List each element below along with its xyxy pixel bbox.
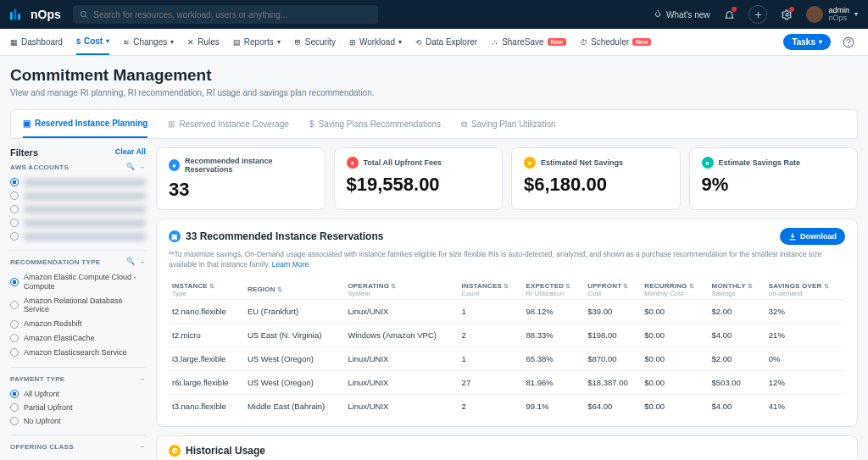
svg-point-3	[81, 11, 86, 16]
nav-item-changes[interactable]: ≋Changes▾	[123, 29, 174, 55]
svg-point-9	[849, 45, 849, 46]
metric-value: $19,558.00	[347, 174, 491, 196]
search-input[interactable]	[93, 10, 371, 19]
settings-dot	[789, 7, 794, 12]
table-cell: 1	[459, 346, 523, 370]
nav-icon: ▤	[233, 38, 241, 47]
account-option[interactable]: xxxxxxxx	[10, 175, 146, 189]
payment-type-option[interactable]: All Upfront	[10, 387, 146, 401]
whats-new-button[interactable]: What's new	[653, 5, 709, 24]
nav-item-rules[interactable]: ✕Rules	[187, 29, 220, 55]
search-icon[interactable]: 🔍	[126, 163, 135, 172]
table-cell: $2.00	[709, 346, 765, 370]
rec-type-option[interactable]: Amazon Elasticsearch Service	[10, 346, 146, 360]
table-cell: t3.nano.flexible	[169, 394, 244, 418]
table-row[interactable]: t3.nano.flexibleMiddle East (Bahrain)Lin…	[169, 394, 845, 418]
table-cell: r6i.large.flexible	[169, 370, 244, 394]
nav-icon: ⏱	[580, 38, 587, 47]
account-name-redacted: xxxxxxxx	[24, 219, 146, 227]
new-badge: New	[632, 38, 651, 46]
sort-icon: ⇅	[689, 283, 694, 289]
nav-item-dashboard[interactable]: ▦Dashboard	[10, 29, 63, 55]
user-org: nOps	[828, 14, 849, 22]
rec-type-option[interactable]: Amazon Redshift	[10, 317, 146, 331]
col-header[interactable]: REGION⇅	[244, 277, 345, 300]
account-option[interactable]: xxxxxxxx	[10, 189, 146, 202]
col-header[interactable]: MONTHLY⇅Savings	[709, 277, 765, 300]
table-row[interactable]: r6i.large.flexibleUS West (Oregon)Linux/…	[169, 370, 845, 394]
tab-reserved-instance-coverage[interactable]: ⊞Reserved Instance Coverage	[168, 110, 289, 138]
svg-rect-2	[18, 14, 20, 19]
payment-type-option[interactable]: Partial Upfront	[10, 401, 146, 414]
nav-item-security[interactable]: ⛨Security	[294, 29, 336, 55]
col-header[interactable]: INSTANCE⇅Type	[169, 277, 244, 300]
account-name-redacted: xxxxxxxx	[24, 206, 146, 213]
table-cell: Windows (Amazon VPC)	[344, 323, 458, 346]
notifications-button[interactable]	[720, 5, 738, 24]
nav-label: Workload	[359, 37, 395, 47]
account-option[interactable]: xxxxxxxx	[10, 230, 146, 243]
nav-item-scheduler[interactable]: ⏱SchedulerNew	[580, 29, 651, 55]
col-header[interactable]: INSTANCES⇅Count	[459, 277, 523, 300]
user-menu[interactable]: admin nOps ▾	[806, 6, 858, 23]
sort-icon: ⇅	[504, 283, 509, 289]
collapse-icon[interactable]: －	[139, 163, 146, 172]
account-name-redacted: xxxxxxxx	[24, 192, 146, 200]
rec-type-option[interactable]: Amazon ElastiCache	[10, 331, 146, 346]
table-cell: $64.00	[584, 394, 641, 418]
col-header[interactable]: UPFRONT⇅Cost	[584, 277, 641, 300]
table-cell: $18,387.00	[584, 370, 641, 394]
nav-label: Rules	[198, 37, 220, 47]
payment-type-option[interactable]: No Upfront	[10, 414, 146, 428]
add-button[interactable]	[748, 5, 767, 24]
nav-item-sharesave[interactable]: ⛬ShareSaveNew	[491, 29, 566, 55]
table-row[interactable]: t2.nano.flexibleEU (Frankfurt)Linux/UNIX…	[169, 299, 845, 323]
nav-label: Reports	[244, 37, 274, 47]
tasks-button[interactable]: Tasks ▾	[783, 34, 831, 50]
clear-all-link[interactable]: Clear All	[115, 147, 146, 158]
sort-icon: ⇅	[824, 283, 829, 289]
table-cell: 65.38%	[523, 346, 585, 370]
table-row[interactable]: i3.large.flexibleUS West (Oregon)Linux/U…	[169, 346, 845, 370]
learn-more-link[interactable]: Learn More	[272, 260, 309, 269]
plus-icon	[754, 10, 763, 19]
nav-icon: ✕	[187, 38, 194, 47]
col-header[interactable]: RECURRING⇅Monthly Cost	[641, 277, 708, 300]
collapse-icon[interactable]: －	[139, 374, 146, 384]
topbar-right: What's new admin nOps ▾	[653, 5, 858, 24]
help-button[interactable]	[839, 33, 858, 52]
global-search[interactable]	[73, 5, 378, 24]
sort-icon: ⇅	[391, 283, 396, 289]
col-header[interactable]: EXPECTED⇅RI Utilization	[523, 277, 585, 300]
nav-item-workload[interactable]: ⊞Workload▾	[349, 29, 402, 55]
search-icon[interactable]: 🔍	[126, 258, 135, 267]
radio-icon	[10, 232, 19, 241]
nav-item-reports[interactable]: ▤Reports▾	[233, 29, 281, 55]
tab-label: Reserved Instance Coverage	[179, 119, 289, 129]
tab-reserved-instance-planning[interactable]: ▣Reserved Instance Planning	[23, 110, 147, 138]
table-cell: $198.00	[584, 323, 641, 346]
nav-item-data-explorer[interactable]: ⟲Data Explorer	[415, 29, 477, 55]
col-header[interactable]: SAVINGS OVER⇅on-demand	[765, 277, 845, 300]
tab-saving-plan-utilization[interactable]: ⧉Saving Plan Utilization	[461, 110, 556, 138]
hist-panel-title: Historical Usage	[186, 445, 265, 457]
download-button[interactable]: Download	[780, 228, 845, 245]
tab-saving-plans-recommendations[interactable]: $Saving Plans Recommendations	[309, 110, 441, 138]
rec-type-option[interactable]: Amazon Relational Database Service	[10, 294, 146, 318]
col-header[interactable]: OPERATING⇅System	[344, 277, 458, 300]
tabstrip: ▣Reserved Instance Planning⊞Reserved Ins…	[10, 109, 858, 139]
rec-type-option[interactable]: Amazon Elastic Compute Cloud - Compute	[10, 270, 146, 294]
rec-type-label: Amazon Redshift	[24, 319, 82, 329]
recommendations-panel: ▣33 Recommended Instance Reservations Do…	[156, 219, 858, 427]
rec-panel-note: **To maximize savings, On-Demand usage a…	[169, 250, 845, 270]
settings-button[interactable]	[777, 5, 796, 24]
svg-line-4	[85, 15, 87, 18]
account-option[interactable]: xxxxxxxx	[10, 216, 146, 230]
collapse-icon[interactable]: －	[139, 258, 146, 267]
account-option[interactable]: xxxxxxxx	[10, 202, 146, 216]
sort-icon: ⇅	[277, 286, 282, 292]
collapse-icon[interactable]: －	[139, 442, 146, 452]
nav-item-cost[interactable]: $Cost▾	[76, 29, 109, 55]
brand-logo[interactable]: nOps	[10, 8, 61, 21]
table-row[interactable]: t2.microUS East (N. Virginia)Windows (Am…	[169, 323, 845, 346]
